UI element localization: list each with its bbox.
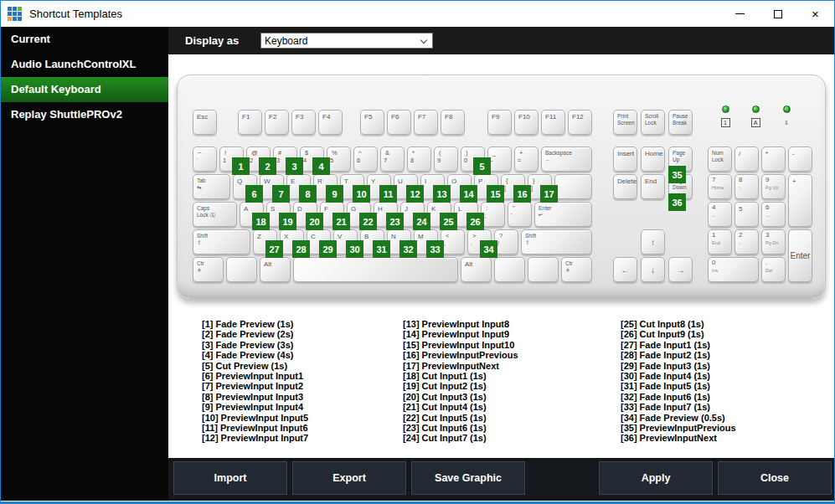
key-label: 4 bbox=[712, 204, 731, 211]
footer-left: ImportExportSave Graphic bbox=[173, 461, 525, 495]
key-label: ! bbox=[224, 150, 243, 157]
legend-column-1: [1] Fade Preview (1s)[2] Fade Preview (2… bbox=[202, 319, 308, 444]
key-label: ) bbox=[466, 150, 484, 157]
shortcut-badge-27: 27 bbox=[265, 240, 283, 258]
key-label: F1 bbox=[242, 113, 261, 121]
key-label: } bbox=[533, 177, 551, 184]
key-f12: F12 bbox=[568, 110, 592, 135]
key-label: F8 bbox=[445, 113, 464, 121]
sidebar-item-audio-launchcontrolxl[interactable]: Audio LaunchControlXL bbox=[1, 52, 168, 77]
scroll-lock-led-symbol: ⇩ bbox=[784, 119, 789, 126]
apply-button[interactable]: Apply bbox=[599, 461, 713, 495]
app-icon-cell bbox=[13, 17, 17, 21]
key-alt-left: Alt bbox=[260, 257, 291, 282]
legend-entry: [30] Fade Input4 (1s) bbox=[621, 371, 736, 381]
display-as-label: Display as bbox=[185, 34, 260, 47]
key-label: Enter bbox=[539, 205, 591, 212]
key-print-screen: PrintScreen bbox=[613, 110, 637, 135]
close-button[interactable]: Close bbox=[718, 461, 832, 495]
key-label: ^ bbox=[358, 150, 377, 157]
key-np-6: 6→ bbox=[761, 202, 786, 227]
key-delete: Delete bbox=[613, 174, 637, 199]
key-label: ⇧ bbox=[197, 239, 250, 246]
sidebar-item-current[interactable]: Current bbox=[1, 27, 168, 52]
legend-entry: [18] Cut Input1 (1s) bbox=[403, 371, 518, 381]
shortcut-badge-24: 24 bbox=[413, 213, 430, 230]
key-label: { bbox=[506, 177, 524, 184]
key-label: ↑ bbox=[739, 184, 758, 191]
export-button[interactable]: Export bbox=[292, 461, 406, 495]
key-tab: Tab⇆ bbox=[193, 174, 230, 199]
num-lock-led: 1 bbox=[720, 105, 730, 128]
key-end: End bbox=[641, 174, 665, 199]
caps-lock-led-dot bbox=[752, 105, 760, 113]
key-label: F10 bbox=[518, 113, 538, 121]
key-np-2: 2↓ bbox=[734, 229, 759, 255]
key-f3: F3 bbox=[291, 110, 316, 135]
key-label: Alt bbox=[264, 260, 290, 268]
key-label: Ctr bbox=[565, 260, 591, 267]
key-np-enter: Enter bbox=[788, 229, 812, 282]
legend-entry: [17] PreviewInputNext bbox=[403, 361, 518, 371]
key-label: L bbox=[458, 205, 477, 213]
key-label: ↓ bbox=[651, 266, 655, 274]
key-label: Caps bbox=[197, 205, 236, 212]
shortcut-badge-11: 11 bbox=[379, 185, 397, 203]
shortcut-badge-6: 6 bbox=[245, 185, 263, 203]
key-pause-break: PauseBreak bbox=[668, 110, 693, 135]
key-label: Num bbox=[712, 150, 731, 157]
sidebar-item-default-keyboard[interactable]: Default Keyboard bbox=[1, 77, 168, 102]
key-label: Insert bbox=[617, 150, 637, 157]
key-label: + bbox=[519, 150, 538, 157]
key-label: Shift bbox=[197, 233, 250, 239]
key-label: ' bbox=[511, 213, 531, 219]
key-semicolon: :; bbox=[481, 202, 505, 227]
app-icon-cell bbox=[18, 17, 22, 21]
key-label: & bbox=[385, 150, 404, 157]
key-f5: F5 bbox=[360, 110, 384, 135]
key-label: A bbox=[244, 205, 263, 213]
shortcut-badge-9: 9 bbox=[326, 185, 343, 203]
key-np-8: 8↑ bbox=[734, 174, 759, 199]
key-label: Lock bbox=[645, 120, 664, 126]
key-backslash bbox=[554, 174, 592, 199]
key-label: 9 bbox=[765, 177, 785, 183]
key-label: # bbox=[278, 150, 296, 157]
key-label: Home bbox=[712, 184, 731, 191]
key-label: = bbox=[518, 157, 538, 164]
key-label: F7 bbox=[418, 113, 437, 121]
key-digit-5: %5 bbox=[327, 147, 351, 172]
shortcut-badge-31: 31 bbox=[373, 240, 390, 258]
maximize-icon bbox=[774, 10, 782, 18]
key-label: F6 bbox=[391, 113, 410, 121]
sidebar-item-replay-shuttleprov2[interactable]: Replay ShuttlePROv2 bbox=[1, 102, 168, 127]
key-alt-right: Alt bbox=[461, 257, 492, 282]
shortcut-badge-30: 30 bbox=[346, 240, 363, 258]
key-label: Scroll bbox=[645, 113, 664, 120]
key-label: @ bbox=[251, 150, 270, 157]
key-label: M bbox=[418, 233, 437, 240]
key-scroll-lock: ScrollLock bbox=[641, 110, 665, 135]
key-quote: "' bbox=[508, 202, 532, 227]
num-lock-led-symbol: 1 bbox=[721, 118, 730, 127]
key-label: Delete bbox=[617, 177, 637, 185]
close-button[interactable]: × bbox=[796, 1, 834, 27]
key-label: ↓ bbox=[739, 239, 758, 246]
app-icon-cell bbox=[13, 12, 17, 16]
minimize-button[interactable] bbox=[721, 1, 759, 27]
key-label: F11 bbox=[545, 113, 564, 121]
import-button[interactable]: Import bbox=[173, 461, 287, 495]
key-label: Lock bbox=[712, 157, 731, 163]
key-enter: Enter↵ bbox=[534, 202, 592, 227]
legend-entry: [10] PreviewInput Input5 bbox=[202, 413, 308, 423]
key-np-divide: / bbox=[734, 147, 759, 172]
key-label: Home bbox=[645, 150, 664, 157]
display-as-select[interactable]: Keyboard bbox=[260, 33, 433, 49]
key-np-minus: - bbox=[788, 147, 812, 172]
key-label: H bbox=[378, 205, 397, 213]
save-graphic-button[interactable]: Save Graphic bbox=[411, 461, 525, 495]
key-win-right bbox=[494, 257, 525, 282]
legend-entry: [3] Fade Preview (3s) bbox=[202, 340, 308, 350]
maximize-button[interactable] bbox=[759, 1, 796, 27]
caps-lock-led-symbol: A bbox=[751, 118, 760, 127]
